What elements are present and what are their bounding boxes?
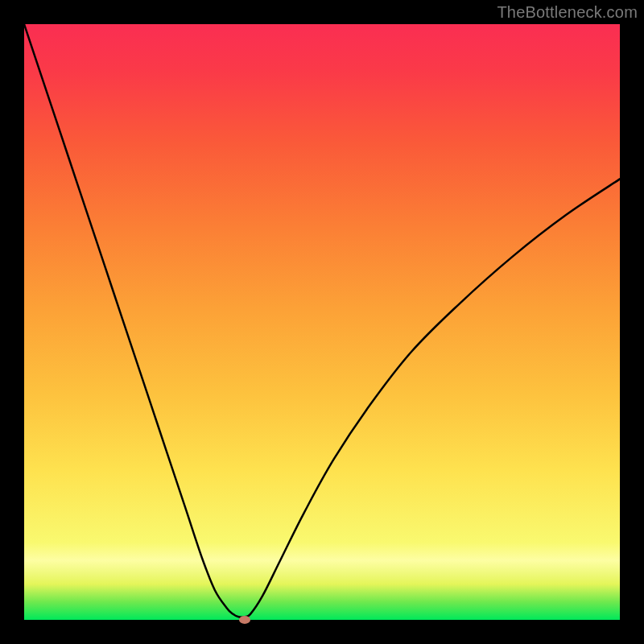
watermark-text: TheBottleneck.com — [497, 3, 638, 22]
chart-plot-area — [24, 24, 620, 620]
chart-frame: TheBottleneck.com — [0, 0, 644, 644]
optimal-point-marker — [239, 616, 250, 624]
